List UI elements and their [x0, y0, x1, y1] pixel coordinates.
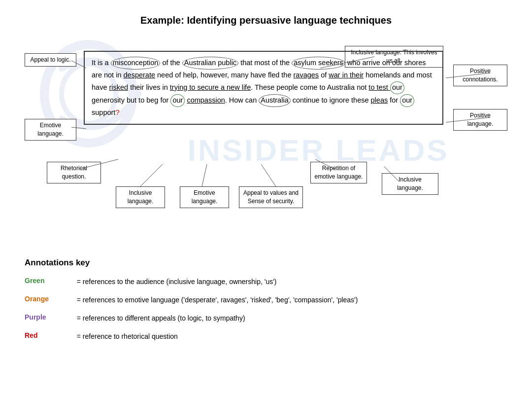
key-label-red: Red [25, 331, 69, 339]
circle-australian-public: Australian public [182, 57, 238, 70]
underline-ravages: ravages [294, 71, 319, 79]
svg-line-8 [140, 164, 163, 186]
question-mark: ? [115, 108, 119, 116]
underline-compassion: compassion [187, 96, 225, 104]
key-desc-orange: = references to emotive language ('despe… [77, 295, 512, 305]
key-label-purple: Purple [25, 313, 69, 321]
circle-our-support: our [400, 94, 414, 107]
page-title: Example: Identifying persuasive language… [20, 15, 512, 26]
annotation-area: Appeal to logic. Inclusive language. Thi… [20, 36, 512, 243]
label-appeal-to-logic: Appeal to logic. [25, 53, 76, 67]
label-emotive-language-bottom: Emotive language. [180, 186, 229, 208]
label-positive-connotations: Positive connotations. [453, 65, 507, 86]
circle-misconception: misconception [111, 57, 161, 70]
circle-our1: our [390, 81, 404, 94]
key-desc-green: = references to the audience (inclusive … [77, 277, 512, 287]
label-emotive-language-left: Emotive language. [25, 119, 76, 141]
label-inclusive-language-bottom2: Inclusive language. [382, 173, 438, 195]
underline-war-in-their: war in their [329, 71, 364, 79]
key-desc-red: = reference to rhetorical question [77, 331, 512, 342]
label-rhetorical-question: Rhetorical question. [47, 162, 101, 183]
label-repetition-emotive: Repetition of emotive language. [310, 162, 367, 183]
underline-trying: trying to secure a new life [170, 83, 251, 91]
key-row-red: Red = reference to rhetorical question [25, 331, 512, 342]
circle-our-compassion: our [170, 94, 185, 107]
key-label-orange: Orange [25, 295, 69, 303]
underline-risked: risked [109, 83, 128, 91]
key-row-purple: Purple = references to different appeals… [25, 313, 512, 324]
underline-pleas: pleas [371, 96, 388, 104]
label-inclusive-language-bottom1: Inclusive language. [116, 186, 165, 208]
circle-asylum-seekers: asylum seekers [292, 57, 345, 70]
annotations-key-section: Annotations key Green = references to th… [20, 258, 512, 342]
key-desc-purple: = references to different appeals (to lo… [77, 313, 512, 324]
underline-desperate: desperate [124, 71, 156, 79]
circle-australia: Australia [259, 94, 290, 107]
label-appeal-to-values: Appeal to values and Sense of security. [239, 186, 303, 208]
underline-to-test-our: to test our [368, 83, 404, 91]
svg-line-10 [261, 164, 276, 186]
annotations-key-heading: Annotations key [25, 258, 512, 268]
main-text-box: It is a misconception of the Australian … [84, 51, 443, 125]
svg-line-9 [202, 164, 207, 186]
key-label-green: Green [25, 277, 69, 285]
key-row-green: Green = references to the audience (incl… [25, 277, 512, 287]
label-positive-language: Positive language. [453, 109, 507, 131]
key-row-orange: Orange = references to emotive language … [25, 295, 512, 305]
